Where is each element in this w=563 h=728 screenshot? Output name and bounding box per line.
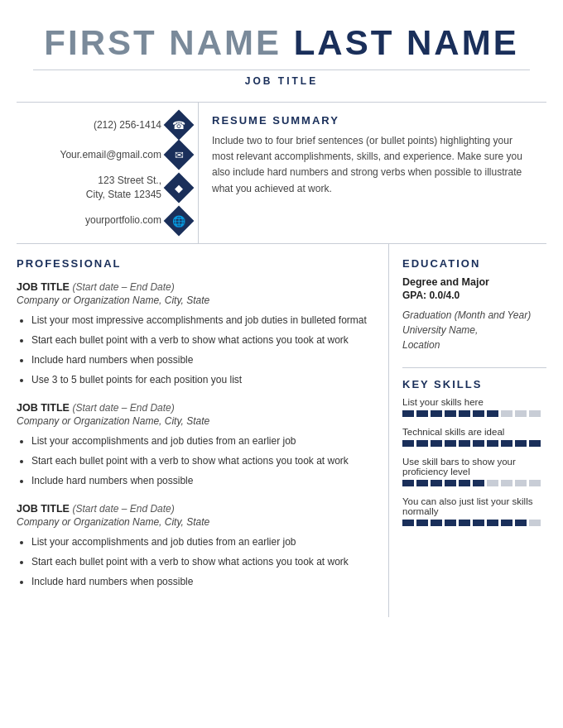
skill-bar-filled	[402, 480, 414, 486]
skill-bars	[402, 480, 546, 486]
header-divider	[33, 69, 530, 70]
skill-bars	[402, 440, 546, 447]
skill-bar-empty	[515, 480, 527, 486]
skill-label: List your skills here	[402, 397, 546, 407]
job-title-label: JOB TITLE	[17, 402, 70, 414]
skills-section: KEY SKILLS List your skills hereTechnica…	[402, 367, 546, 526]
skill-bar-filled	[515, 440, 527, 447]
resume-header: FIRST NAME LAST NAME JOB TITLE	[0, 0, 563, 102]
job-dates: (Start date – End Date)	[72, 503, 174, 515]
skill-bar-filled	[416, 480, 428, 486]
skill-bar-filled	[473, 410, 484, 417]
bullet-item: Start each bullet point with a verb to s…	[31, 453, 372, 468]
skill-label: Technical skills are ideal	[402, 427, 546, 437]
contact-email: Your.email@gmail.com ✉	[21, 144, 190, 165]
professional-title: PROFESSIONAL	[17, 257, 372, 273]
header-job-title: JOB TITLE	[17, 75, 546, 87]
skill-bar-filled	[501, 440, 512, 447]
skill-item: Use skill bars to show your proficiency …	[402, 457, 546, 486]
skill-bar-filled	[487, 410, 498, 417]
skill-bar-filled	[402, 440, 414, 447]
phone-icon: ☎	[164, 110, 195, 141]
company-name: Company or Organization Name, City, Stat…	[17, 415, 372, 427]
contact-portfolio: yourportfolio.com 🌐	[21, 210, 190, 232]
skills-title: KEY SKILLS	[402, 378, 546, 390]
portfolio-text: yourportfolio.com	[85, 213, 161, 228]
job-title-label: JOB TITLE	[17, 503, 70, 515]
job-title-line: JOB TITLE (Start date – End Date)	[17, 503, 372, 515]
job-title-line: JOB TITLE (Start date – End Date)	[17, 281, 372, 293]
job-dates: (Start date – End Date)	[72, 281, 174, 293]
job-bullets: List your accomplishments and job duties…	[17, 534, 372, 589]
bullet-item: Use 3 to 5 bullet points for each positi…	[31, 372, 372, 387]
skill-bar-filled	[445, 410, 456, 417]
job-title-label: JOB TITLE	[17, 281, 70, 293]
address-icon: ◆	[164, 172, 195, 203]
phone-text: (212) 256-1414	[94, 118, 161, 132]
skill-bar-filled	[459, 410, 470, 417]
skill-bar-filled	[445, 520, 456, 526]
professional-column: PROFESSIONAL JOB TITLE (Start date – End…	[17, 244, 389, 617]
bullet-item: Include hard numbers when possible	[31, 352, 372, 367]
skill-item: You can also just list your skills norma…	[402, 496, 546, 526]
bullet-item: Include hard numbers when possible	[31, 473, 372, 488]
skill-bar-filled	[431, 410, 442, 417]
job-title-line: JOB TITLE (Start date – End Date)	[17, 402, 372, 414]
skill-bar-empty	[529, 480, 541, 486]
skill-label: You can also just list your skills norma…	[402, 496, 546, 516]
skill-bar-filled	[402, 410, 414, 417]
skill-bar-filled	[487, 440, 498, 447]
skill-bar-filled	[445, 440, 456, 447]
right-column: EDUCATION Degree and Major GPA: 0.0/4.0 …	[389, 244, 546, 617]
job-dates: (Start date – End Date)	[72, 402, 174, 414]
skill-bar-filled	[487, 520, 498, 526]
full-name: FIRST NAME LAST NAME	[17, 23, 546, 63]
skill-item: List your skills here	[402, 397, 546, 417]
company-name: Company or Organization Name, City, Stat…	[17, 295, 372, 306]
skill-bar-filled	[431, 480, 442, 486]
skill-bar-filled	[459, 480, 470, 486]
last-name: LAST NAME	[294, 23, 519, 62]
summary-body: Include two to four brief sentences (or …	[212, 133, 533, 197]
bullet-item: Start each bullet point with a verb to s…	[31, 333, 372, 347]
skill-bar-empty	[515, 410, 527, 417]
skill-bar-filled	[431, 520, 442, 526]
job-block: JOB TITLE (Start date – End Date)Company…	[17, 402, 372, 488]
bullet-item: List your most impressive accomplishment…	[31, 313, 372, 328]
skill-bar-empty	[529, 410, 541, 417]
skill-bar-filled	[459, 520, 470, 526]
bullet-item: List your accomplishments and job duties…	[31, 534, 372, 549]
skill-bar-filled	[416, 440, 428, 447]
skill-bar-filled	[402, 520, 414, 526]
degree-major: Degree and Major	[402, 276, 546, 288]
skill-bar-filled	[501, 520, 512, 526]
skill-bar-empty	[529, 520, 541, 526]
skill-bar-empty	[501, 480, 512, 486]
skill-bar-filled	[416, 410, 428, 417]
skill-bars	[402, 410, 546, 417]
job-block: JOB TITLE (Start date – End Date)Company…	[17, 281, 372, 387]
skill-bar-empty	[501, 410, 512, 417]
skill-bar-filled	[473, 520, 484, 526]
web-icon: 🌐	[164, 205, 195, 236]
skill-bar-filled	[416, 520, 428, 526]
skill-item: Technical skills are ideal	[402, 427, 546, 447]
job-bullets: List your most impressive accomplishment…	[17, 313, 372, 387]
main-content: PROFESSIONAL JOB TITLE (Start date – End…	[17, 244, 546, 617]
contact-column: (212) 256-1414 ☎ Your.email@gmail.com ✉ …	[17, 103, 199, 243]
summary-title: RESUME SUMMARY	[212, 114, 533, 127]
grad-date: Graduation (Month and Year) University N…	[402, 308, 546, 352]
skill-bar-filled	[459, 440, 470, 447]
skill-bar-empty	[487, 480, 498, 486]
skill-label: Use skill bars to show your proficiency …	[402, 457, 546, 477]
skill-bar-filled	[515, 520, 527, 526]
skill-bar-filled	[473, 480, 484, 486]
skill-bars	[402, 520, 546, 526]
skill-bar-filled	[445, 480, 456, 486]
education-section: EDUCATION Degree and Major GPA: 0.0/4.0 …	[402, 257, 546, 352]
contact-phone: (212) 256-1414 ☎	[21, 114, 190, 136]
email-icon: ✉	[164, 140, 195, 170]
job-block: JOB TITLE (Start date – End Date)Company…	[17, 503, 372, 589]
address-text: 123 Street St., City, State 12345	[86, 174, 161, 202]
jobs-list: JOB TITLE (Start date – End Date)Company…	[17, 281, 372, 589]
